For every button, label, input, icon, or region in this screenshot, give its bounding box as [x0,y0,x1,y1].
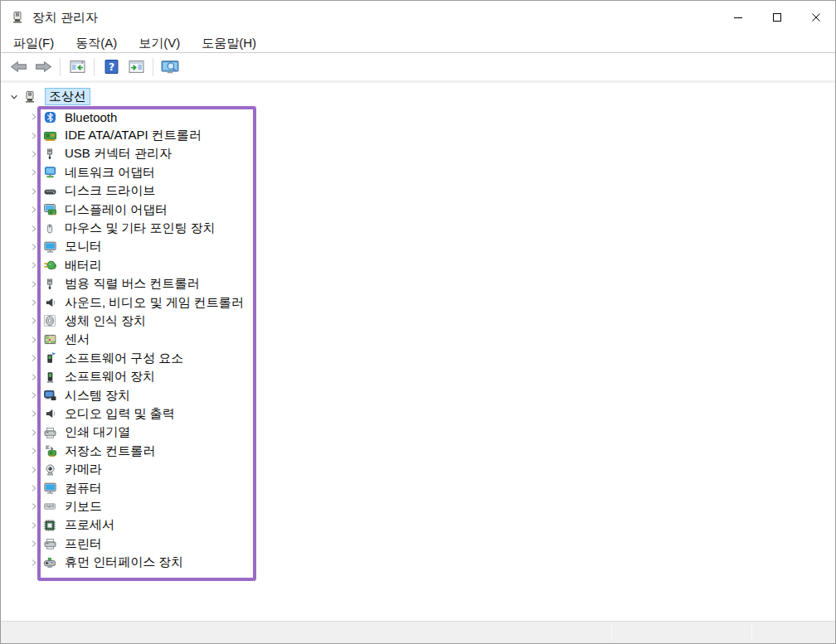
camera-icon [42,463,57,477]
chevron-right-icon[interactable] [27,148,41,161]
tree-item[interactable]: 컴퓨터 [1,479,835,497]
battery-icon [42,259,57,272]
tree-item[interactable]: 인쇄 대기열 [1,424,835,442]
help-button[interactable]: ? [99,56,124,79]
menu-item-help[interactable]: 도움말(H) [196,34,262,53]
tree-item[interactable]: 배터리 [1,256,835,274]
menu-item-action[interactable]: 동작(A) [70,34,123,53]
tree-item[interactable]: 디스플레이 어댑터 [1,201,835,219]
tree-item[interactable]: 모니터 [1,238,835,256]
show-console-tree-button[interactable] [65,56,90,79]
chevron-right-icon[interactable] [27,314,41,327]
export-list-icon [129,60,144,74]
chevron-right-icon[interactable] [27,370,41,384]
monitor-icon [42,240,57,254]
sensor-icon [42,333,57,346]
device-manager-window: 장치 관리자 파일(F) 동작(A) 보기(V) 도움말(H) ? 조상선 Bl… [0,0,836,644]
ide-controller-icon [42,129,57,143]
bluetooth-icon [42,110,57,123]
tree-item-label: 생체 인식 장치 [65,313,146,329]
tree-item-label: 프린터 [65,536,102,552]
tree-item-label: 네트워크 어댑터 [65,165,155,181]
chevron-right-icon[interactable] [27,296,41,309]
tree-item[interactable]: Bluetooth [1,108,835,126]
scan-hardware-changes-button[interactable] [158,56,182,79]
toolbar: ? [1,53,835,83]
tree-item[interactable]: 범용 직렬 버스 컨트롤러 [1,275,835,293]
tree-item[interactable]: 시스템 장치 [1,386,835,404]
keyboard-icon [42,500,57,513]
tree-item[interactable]: 사운드, 비디오 및 게임 컨트롤러 [1,293,835,312]
chevron-right-icon[interactable] [27,463,41,477]
statusbar-separator [751,624,752,641]
forward-button[interactable] [31,56,56,79]
tree-item-label: 디스크 드라이브 [65,183,155,199]
chevron-right-icon[interactable] [27,482,41,495]
back-button[interactable] [6,56,31,79]
tree-item[interactable]: 프로세서 [1,516,835,535]
usb-connector-icon [42,148,57,161]
chevron-right-icon[interactable] [27,110,41,123]
close-icon [811,12,821,22]
tree-item[interactable]: 카메라 [1,460,835,478]
usb-controller-icon [42,278,57,291]
tree-item-list: BluetoothIDE ATA/ATAPI 컨트롤러USB 커넥터 관리자네트… [1,108,835,572]
tree-item-label: 모니터 [65,239,102,254]
chevron-right-icon[interactable] [27,222,41,235]
tree-item[interactable]: USB 커넥터 관리자 [1,145,835,163]
chevron-down-icon[interactable] [7,90,21,104]
back-arrow-icon [10,60,27,74]
scan-icon [161,60,179,75]
console-tree-icon [70,60,85,74]
tree-item[interactable]: 디스크 드라이브 [1,182,835,201]
chevron-right-icon[interactable] [27,259,41,272]
close-button[interactable] [796,1,835,34]
chevron-right-icon[interactable] [27,426,41,439]
tree-item[interactable]: 소프트웨어 구성 요소 [1,349,835,367]
chevron-right-icon[interactable] [27,407,41,420]
properties-button[interactable] [124,56,148,79]
sound-icon [42,296,57,309]
tree-item[interactable]: 생체 인식 장치 [1,312,835,330]
tree-item[interactable]: 센서 [1,331,835,349]
minimize-button[interactable] [718,1,757,34]
tree-root-item[interactable]: 조상선 [7,87,90,106]
biometric-icon [42,314,57,327]
tree-item[interactable]: 휴먼 인터페이스 장치 [1,553,835,571]
chevron-right-icon[interactable] [27,166,41,179]
tree-item[interactable]: 오디오 입력 및 출력 [1,404,835,423]
chevron-right-icon[interactable] [27,500,41,513]
statusbar-separator [611,624,612,641]
tree-item[interactable]: 키보드 [1,497,835,516]
tree-item-label: 키보드 [65,499,102,515]
network-adapter-icon [42,166,57,179]
chevron-right-icon[interactable] [27,389,41,402]
chevron-right-icon[interactable] [27,537,41,550]
chevron-right-icon[interactable] [27,333,41,346]
minimize-icon [733,12,743,22]
chevron-right-icon[interactable] [27,278,41,291]
chevron-right-icon[interactable] [27,203,41,216]
processor-icon [42,519,57,532]
chevron-right-icon[interactable] [27,556,41,569]
chevron-right-icon[interactable] [27,519,41,532]
maximize-button[interactable] [757,1,796,34]
storage-controller-icon [42,444,57,458]
tree-item[interactable]: 소프트웨어 장치 [1,367,835,385]
tree-item-label: 범용 직렬 버스 컨트롤러 [65,276,200,292]
tree-root-label[interactable]: 조상선 [45,88,90,105]
menu-item-view[interactable]: 보기(V) [133,34,186,53]
tree-item[interactable]: 네트워크 어댑터 [1,163,835,182]
tree-item[interactable]: IDE ATA/ATAPI 컨트롤러 [1,126,835,144]
tree-item-label: 저장소 컨트롤러 [65,443,155,459]
menu-item-file[interactable]: 파일(F) [7,34,60,53]
caption-buttons [718,1,835,34]
chevron-right-icon[interactable] [27,444,41,458]
tree-item[interactable]: 저장소 컨트롤러 [1,442,835,460]
tree-item[interactable]: 마우스 및 기타 포인팅 장치 [1,219,835,237]
chevron-right-icon[interactable] [27,240,41,254]
tree-item[interactable]: 프린터 [1,535,835,553]
chevron-right-icon[interactable] [27,185,41,198]
chevron-right-icon[interactable] [27,351,41,365]
chevron-right-icon[interactable] [27,129,41,143]
